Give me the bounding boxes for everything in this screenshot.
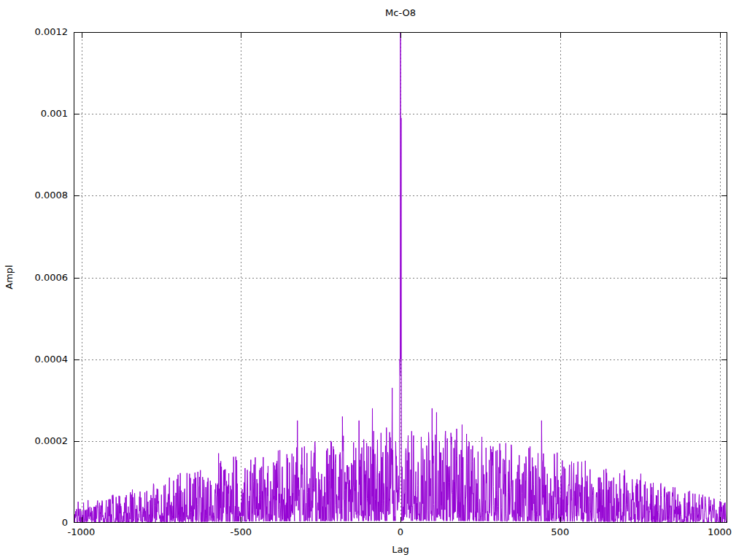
y-tick-label: 0 [0, 517, 68, 529]
y-tick-label: 0.0008 [0, 190, 68, 201]
chart: Mc-O8 Ampl 00.00020.00040.00060.00080.00… [0, 0, 747, 560]
x-tick-label: -1000 [68, 526, 96, 538]
chart-title: Mc-O8 [74, 7, 727, 18]
x-tick-label: -500 [230, 526, 252, 538]
y-tick-label: 0.0012 [0, 26, 68, 38]
x-tick-label: 0 [398, 526, 403, 538]
plot-canvas [74, 32, 727, 523]
y-tick-label: 0.0004 [0, 354, 68, 365]
x-axis-label: Lag [74, 544, 727, 555]
y-tick-label: 0.0006 [0, 272, 68, 284]
y-tick-label: 0.001 [0, 108, 68, 120]
x-tick-label: 500 [551, 526, 569, 538]
y-tick-label: 0.0002 [0, 435, 68, 447]
x-tick-label: 1000 [708, 526, 732, 538]
